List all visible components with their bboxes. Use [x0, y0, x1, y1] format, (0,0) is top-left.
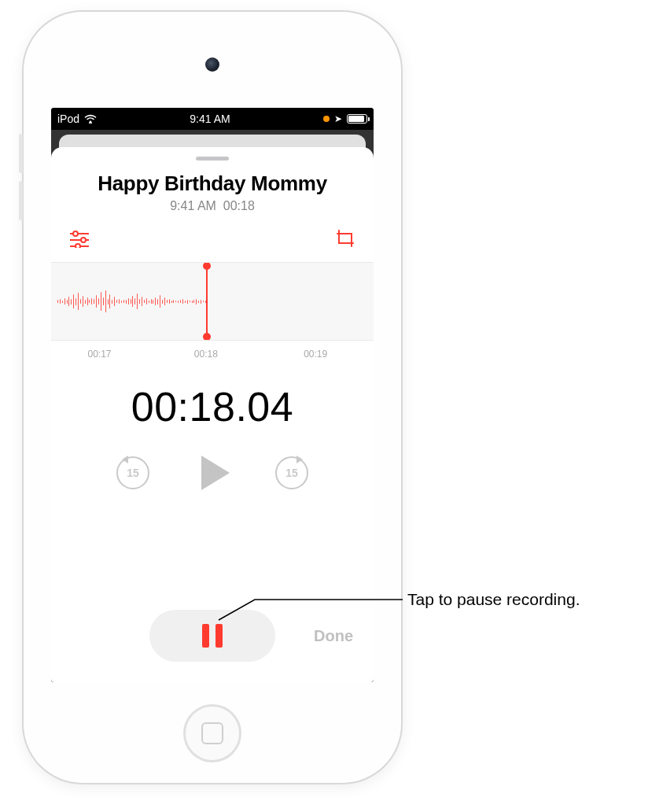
recording-title[interactable]: Happy Birthday Mommy — [51, 172, 374, 196]
recording-duration-label: 00:18 — [223, 199, 255, 212]
front-camera — [205, 57, 219, 72]
wifi-icon — [84, 114, 97, 124]
skip-back-label: 15 — [127, 467, 139, 479]
tick-label: 00:17 — [87, 349, 111, 360]
waveform-area[interactable] — [51, 262, 374, 341]
status-bar: iPod 9:41 AM ➤ — [51, 108, 374, 130]
tick-label: 00:19 — [304, 349, 327, 360]
audio-waveform — [51, 282, 206, 321]
timeline[interactable]: 00:17 00:18 00:19 — [51, 262, 374, 341]
settings-sliders-icon[interactable] — [68, 229, 90, 248]
toolbar — [51, 213, 374, 259]
tick-label: 00:18 — [194, 349, 218, 360]
home-button[interactable] — [183, 704, 241, 762]
pause-icon — [202, 624, 209, 648]
playhead[interactable] — [206, 266, 208, 337]
recording-card: Happy Birthday Mommy 9:41 AM 00:18 — [51, 147, 374, 682]
carrier-label: iPod — [57, 113, 79, 125]
battery-icon — [347, 114, 367, 124]
skip-forward-label: 15 — [285, 467, 298, 479]
ipod-device-frame: iPod 9:41 AM ➤ Happy Birthday Mommy 9:41… — [24, 12, 401, 783]
device-screen: iPod 9:41 AM ➤ Happy Birthday Mommy 9:41… — [51, 108, 374, 682]
pause-button[interactable] — [149, 610, 275, 662]
callout-text: Tap to pause recording. — [407, 590, 580, 609]
transport-controls: 15 15 — [51, 456, 374, 490]
svg-point-2 — [73, 231, 78, 236]
elapsed-timer: 00:18.04 — [51, 383, 374, 430]
recording-subtitle: 9:41 AM 00:18 — [51, 199, 374, 213]
recording-indicator-dot — [323, 116, 330, 122]
trim-crop-icon[interactable] — [334, 229, 356, 248]
location-icon: ➤ — [334, 113, 342, 124]
skip-back-button[interactable]: 15 — [116, 456, 149, 489]
play-button[interactable] — [201, 456, 230, 490]
svg-point-0 — [90, 121, 92, 124]
svg-point-6 — [76, 244, 80, 248]
svg-point-4 — [81, 238, 86, 242]
status-time: 9:41 AM — [190, 113, 230, 125]
bottom-controls: Done — [51, 610, 374, 662]
pause-icon — [215, 624, 223, 648]
card-stack: Happy Birthday Mommy 9:41 AM 00:18 — [51, 130, 374, 682]
skip-forward-button[interactable]: 15 — [275, 456, 308, 489]
done-button[interactable]: Done — [314, 627, 353, 645]
recording-time-label: 9:41 AM — [170, 199, 216, 212]
sheet-grabber[interactable] — [196, 157, 229, 161]
